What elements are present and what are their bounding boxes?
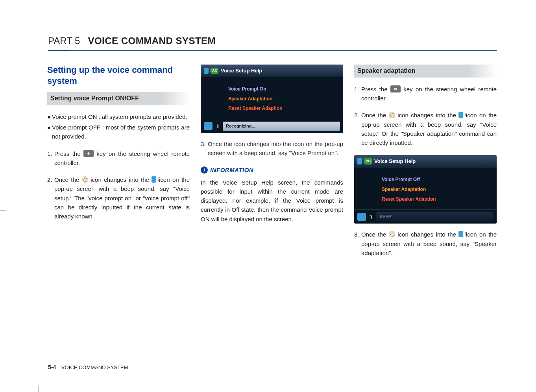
column-3: Speaker adaptation 1. Press the key on t… (354, 65, 497, 265)
bullet-list: ● Voice prompt ON : all system prompts a… (47, 112, 190, 141)
step-1: 1. Press the key on the steering wheel r… (354, 85, 497, 103)
header-rule (48, 50, 497, 51)
manual-page: PART 5 VOICE COMMAND SYSTEM Setting up t… (0, 0, 536, 392)
step-2: 2. Once the icon changes into the icon o… (47, 175, 190, 221)
step-text: Once the icon changes into the icon on t… (361, 230, 497, 257)
bullet-text: Voice prompt OFF : most of the system pr… (52, 123, 190, 141)
status-strip: BEEP (376, 212, 493, 221)
step-text: Press the key on the steering wheel remo… (54, 149, 190, 168)
step-text: Press the key on the steering wheel remo… (361, 85, 497, 103)
footer-section: VOICE COMMAND SYSTEM (61, 364, 128, 370)
step-number: 3. (354, 230, 361, 257)
step-number: 1. (354, 85, 361, 103)
part-title: PART 5 VOICE COMMAND SYSTEM (48, 35, 216, 46)
content-columns: Setting up the voice command system Sett… (39, 65, 497, 265)
page-footer: 5-4 VOICE COMMAND SYSTEM (48, 364, 128, 370)
speaker-icon (357, 213, 366, 221)
listening-icon (389, 231, 395, 237)
information-heading: i INFORMATION (201, 165, 343, 174)
menu-row: Voice Prompt Off (382, 175, 493, 185)
column-2: AC Voice Setup Help Voice Prompt On Spea… (201, 65, 343, 265)
step-text: Once the icon changes into the icon on t… (208, 139, 343, 158)
chapter-title: VOICE COMMAND SYSTEM (88, 35, 216, 46)
step-2: 2. Once the icon changes into the icon o… (354, 111, 497, 147)
page-number: 5-4 (48, 364, 56, 370)
information-body: In the Voice Setup Help screen, the comm… (201, 178, 343, 224)
step-1: 1. Press the key on the steering wheel r… (47, 149, 190, 168)
column-1: Setting up the voice command system Sett… (47, 65, 190, 265)
screenshot-title: Voice Setup Help (221, 67, 262, 75)
menu-row: Voice Prompt On (228, 84, 339, 94)
voice-key-icon (83, 150, 94, 157)
crop-mark (463, 0, 463, 6)
subsection-heading: Setting voice Prompt ON/OFF (47, 92, 190, 105)
menu-row: Speaker Adaptation (228, 94, 339, 104)
screenshot-titlebar: AC Voice Setup Help (201, 65, 343, 77)
screenshot-body: Voice Prompt Off Speaker Adaptation Rese… (354, 168, 497, 209)
voice-key-icon (390, 85, 401, 92)
screenshot-footer: BEEP (354, 209, 497, 224)
step-text: Once the icon changes into the icon on t… (54, 175, 190, 221)
mic-icon (152, 176, 156, 183)
part-label: PART 5 (48, 35, 80, 46)
screenshot-titlebar: AC Voice Setup Help (354, 155, 497, 168)
list-item: ● Voice prompt OFF : most of the system … (47, 123, 190, 141)
ac-badge: AC (211, 68, 218, 74)
step-number: 2. (47, 175, 54, 221)
ac-badge: AC (364, 158, 372, 165)
mic-icon (458, 112, 463, 118)
listening-icon (389, 112, 395, 118)
status-strip: Recognizing... (223, 122, 340, 131)
screenshot-title: Voice Setup Help (374, 157, 416, 165)
bullet-dot: ● (47, 112, 52, 121)
screenshot-footer: Recognizing... (201, 119, 343, 133)
step-number: 1. (47, 149, 54, 168)
step-text: Once the icon changes into the icon on t… (361, 111, 497, 147)
info-label: INFORMATION (210, 165, 253, 174)
bullet-dot: ● (47, 123, 52, 141)
listening-icon (82, 176, 88, 183)
list-item: ● Voice prompt ON : all system prompts a… (47, 112, 190, 121)
mic-icon (458, 231, 463, 237)
menu-row: Reset Speaker Adaption (228, 104, 339, 113)
step-3: 3. Once the icon changes into the icon o… (201, 139, 343, 158)
menu-row: Speaker Adaptation (382, 185, 493, 194)
speaker-icon (204, 122, 213, 130)
page-header: PART 5 VOICE COMMAND SYSTEM (39, 22, 497, 51)
voice-setup-screenshot: AC Voice Setup Help Voice Prompt Off Spe… (354, 155, 497, 224)
section-title: Setting up the voice command system (47, 65, 190, 86)
bullet-text: Voice prompt ON : all system prompts are… (52, 112, 190, 121)
step-number: 2. (354, 111, 361, 147)
voice-setup-screenshot: AC Voice Setup Help Voice Prompt On Spea… (201, 65, 343, 133)
mic-icon (204, 68, 209, 74)
menu-row: Reset Speaker Adaption (382, 194, 493, 204)
mic-icon (357, 158, 362, 165)
crop-mark (39, 386, 39, 392)
info-icon: i (201, 166, 208, 174)
screenshot-body: Voice Prompt On Speaker Adaptation Reset… (201, 77, 343, 119)
subsection-heading: Speaker adaptation (354, 65, 497, 78)
step-3: 3. Once the icon changes into the icon o… (354, 230, 497, 257)
crop-mark (0, 211, 6, 211)
step-number: 3. (201, 139, 208, 158)
